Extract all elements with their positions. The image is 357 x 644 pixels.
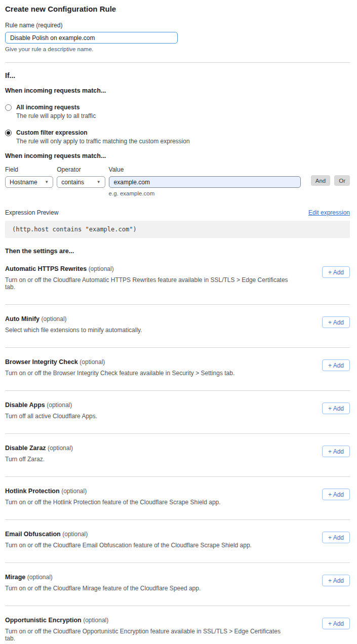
rule-name-helper: Give your rule a descriptive name. <box>5 46 350 52</box>
setting-divider <box>5 390 350 391</box>
setting-title: Disable Apps (optional) <box>5 401 97 409</box>
setting-row: Auto Minify (optional) Select which file… <box>5 315 350 348</box>
setting-title: Email Obfuscation (optional) <box>5 531 252 538</box>
setting-description: Turn on or off the Cloudflare Mirage fea… <box>5 585 201 592</box>
radio-description: The rule will only apply to traffic matc… <box>16 138 190 145</box>
add-setting-button[interactable]: + Add <box>322 359 350 371</box>
radio-all-incoming-requests[interactable]: All incoming requests The rule will appl… <box>5 104 350 119</box>
chevron-down-icon: ▼ <box>97 180 101 184</box>
radio-description: The rule will apply to all traffic <box>16 112 96 119</box>
add-setting-button[interactable]: + Add <box>322 532 350 543</box>
section-divider <box>5 62 350 63</box>
add-setting-button[interactable]: + Add <box>322 266 350 278</box>
setting-divider <box>5 476 350 477</box>
operator-label: Operator <box>57 166 105 173</box>
setting-description: Turn on or off the Browser Integrity Che… <box>5 370 234 377</box>
if-heading: If... <box>5 71 350 79</box>
and-button[interactable]: And <box>311 175 330 186</box>
setting-title: Auto Minify (optional) <box>5 315 142 323</box>
field-label: Field <box>5 166 53 173</box>
optional-tag: (optional) <box>48 445 73 452</box>
setting-row: Email Obfuscation (optional) Turn on or … <box>5 531 350 563</box>
incoming-requests-match-heading: When incoming requests match... <box>5 87 350 94</box>
setting-row: Automatic HTTPS Rewrites (optional) Turn… <box>5 265 350 305</box>
optional-tag: (optional) <box>61 488 87 495</box>
then-settings-heading: Then the settings are... <box>5 248 350 255</box>
optional-tag: (optional) <box>83 617 108 624</box>
expression-preview-code: (http.host contains "example.com") <box>5 221 350 238</box>
add-setting-button[interactable]: + Add <box>322 575 350 586</box>
setting-title: Browser Integrity Check (optional) <box>5 358 234 366</box>
radio-label: Custom filter expression <box>16 129 190 136</box>
setting-divider <box>5 606 350 606</box>
setting-title: Automatic HTTPS Rewrites (optional) <box>5 265 289 272</box>
setting-row: Disable Apps (optional) Turn off all act… <box>5 401 350 434</box>
expression-builder: Field Hostname ▼ Operator contains ▼ Val… <box>5 166 350 196</box>
value-input[interactable] <box>109 176 301 188</box>
setting-row: Browser Integrity Check (optional) Turn … <box>5 358 350 391</box>
optional-tag: (optional) <box>27 574 53 581</box>
expression-builder-heading: When incoming requests match... <box>5 152 350 159</box>
operator-select[interactable]: contains ▼ <box>57 176 105 188</box>
value-label: Value <box>109 166 301 173</box>
setting-description: Turn on or off the Cloudflare Automatic … <box>5 276 289 291</box>
setting-divider <box>5 519 350 520</box>
radio-unselected-icon[interactable] <box>5 104 12 111</box>
field-select[interactable]: Hostname ▼ <box>5 176 53 188</box>
setting-description: Turn off Zaraz. <box>5 456 73 463</box>
expression-preview-header: Expression Preview Edit expression <box>5 209 350 216</box>
page-title: Create new Configuration Rule <box>5 5 350 13</box>
rule-name-section: Rule name (required) Give your rule a de… <box>5 22 350 52</box>
operator-select-value: contains <box>61 179 84 186</box>
add-setting-button[interactable]: + Add <box>322 618 350 629</box>
optional-tag: (optional) <box>42 315 67 323</box>
optional-tag: (optional) <box>47 401 72 409</box>
rule-name-label: Rule name (required) <box>5 22 350 29</box>
setting-row: Opportunistic Encryption (optional) Turn… <box>5 617 350 644</box>
setting-description: Select which file extensions to minify a… <box>5 327 142 334</box>
radio-selected-icon[interactable] <box>5 130 12 136</box>
radio-custom-filter-expression[interactable]: Custom filter expression The rule will o… <box>5 129 350 145</box>
rule-name-input[interactable] <box>5 32 178 44</box>
create-configuration-rule-page: Create new Configuration Rule Rule name … <box>0 0 357 644</box>
setting-row: Hotlink Protection (optional) Turn on or… <box>5 488 350 520</box>
setting-title: Mirage (optional) <box>5 574 201 581</box>
setting-description: Turn on or off the Cloudflare Email Obfu… <box>5 542 252 549</box>
setting-divider <box>5 562 350 563</box>
setting-description: Turn on or off the Hotlink Protection fe… <box>5 499 221 506</box>
setting-divider <box>5 304 350 305</box>
value-helper: e.g. example.com <box>109 190 301 196</box>
optional-tag: (optional) <box>80 358 105 366</box>
setting-divider <box>5 347 350 348</box>
setting-divider <box>5 433 350 434</box>
add-setting-button[interactable]: + Add <box>322 489 350 500</box>
setting-title: Hotlink Protection (optional) <box>5 488 221 495</box>
setting-description: Turn off all active Cloudflare Apps. <box>5 413 97 420</box>
setting-title: Opportunistic Encryption (optional) <box>5 617 289 624</box>
field-select-value: Hostname <box>10 179 37 186</box>
setting-title: Disable Zaraz (optional) <box>5 445 73 452</box>
or-button[interactable]: Or <box>334 175 350 186</box>
setting-row: Disable Zaraz (optional) Turn off Zaraz.… <box>5 445 350 477</box>
optional-tag: (optional) <box>62 531 88 538</box>
expression-preview-label: Expression Preview <box>5 209 58 216</box>
add-setting-button[interactable]: + Add <box>322 316 350 328</box>
settings-list: Automatic HTTPS Rewrites (optional) Turn… <box>5 265 350 644</box>
add-setting-button[interactable]: + Add <box>322 446 350 457</box>
optional-tag: (optional) <box>89 265 114 272</box>
setting-description: Turn on or off the Cloudflare Opportunis… <box>5 628 289 642</box>
radio-label: All incoming requests <box>16 104 96 111</box>
chevron-down-icon: ▼ <box>45 180 49 184</box>
setting-row: Mirage (optional) Turn on or off the Clo… <box>5 574 350 606</box>
edit-expression-link[interactable]: Edit expression <box>308 209 350 216</box>
add-setting-button[interactable]: + Add <box>322 402 350 414</box>
